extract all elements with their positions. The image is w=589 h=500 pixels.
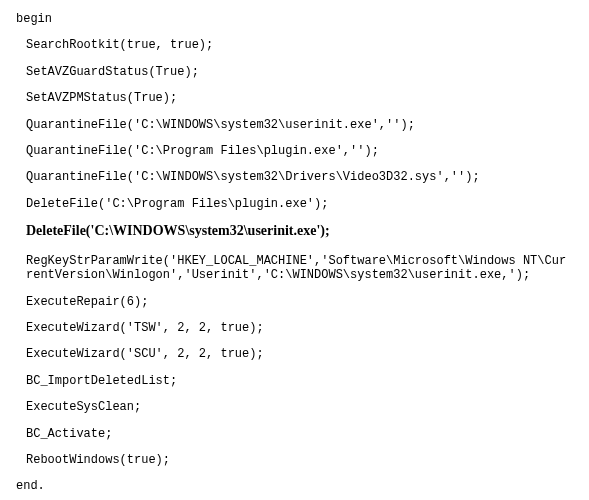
code-line: ExecuteWizard('SCU', 2, 2, true); bbox=[16, 347, 573, 361]
code-line: SetAVZGuardStatus(True); bbox=[16, 65, 573, 79]
code-line: RebootWindows(true); bbox=[16, 453, 573, 467]
code-begin: begin bbox=[16, 12, 573, 26]
code-line: ExecuteRepair(6); bbox=[16, 295, 573, 309]
code-line: DeleteFile('C:\Program Files\plugin.exe'… bbox=[16, 197, 573, 211]
code-line: SetAVZPMStatus(True); bbox=[16, 91, 573, 105]
code-end: end. bbox=[16, 479, 573, 493]
code-line: SearchRootkit(true, true); bbox=[16, 38, 573, 52]
code-line: BC_Activate; bbox=[16, 427, 573, 441]
code-line: BC_ImportDeletedList; bbox=[16, 374, 573, 388]
code-line: QuarantineFile('C:\Program Files\plugin.… bbox=[16, 144, 573, 158]
code-line: RegKeyStrParamWrite('HKEY_LOCAL_MACHINE'… bbox=[16, 254, 573, 283]
code-line: QuarantineFile('C:\WINDOWS\system32\user… bbox=[16, 118, 573, 132]
code-line: ExecuteWizard('TSW', 2, 2, true); bbox=[16, 321, 573, 335]
code-line: ExecuteSysClean; bbox=[16, 400, 573, 414]
code-line: QuarantineFile('C:\WINDOWS\system32\Driv… bbox=[16, 170, 573, 184]
code-bold-line: DeleteFile('C:\WINDOWS\system32\userinit… bbox=[16, 223, 573, 240]
